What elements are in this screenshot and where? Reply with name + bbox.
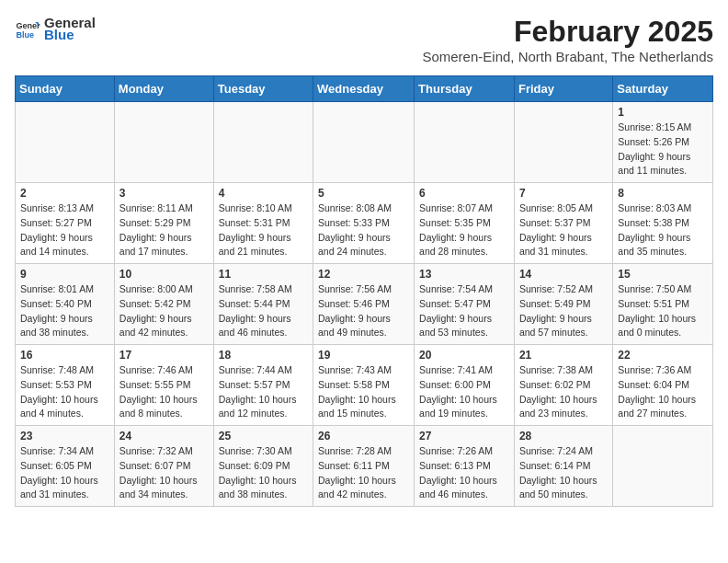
header-saturday: Saturday — [613, 76, 713, 102]
day-info: Daylight: 9 hours — [318, 231, 409, 246]
day-info: and 21 minutes. — [219, 245, 308, 259]
day-info: and 35 minutes. — [618, 245, 708, 259]
day-info: Daylight: 9 hours — [219, 312, 308, 327]
day-cell: 17Sunrise: 7:46 AMSunset: 5:55 PMDayligh… — [114, 345, 213, 426]
day-info: Daylight: 9 hours — [419, 231, 509, 246]
logo: General Blue General Blue — [15, 15, 96, 42]
day-info: Sunset: 5:46 PM — [318, 297, 409, 312]
day-number: 18 — [219, 349, 308, 362]
day-info: Sunrise: 8:13 AM — [20, 201, 109, 216]
day-cell: 10Sunrise: 8:00 AMSunset: 5:42 PMDayligh… — [114, 264, 213, 345]
day-info: Daylight: 10 hours — [119, 474, 209, 488]
day-cell: 27Sunrise: 7:26 AMSunset: 6:13 PMDayligh… — [415, 426, 515, 507]
day-info: Sunrise: 8:10 AM — [219, 201, 308, 216]
day-number: 20 — [419, 349, 509, 362]
day-info: and 0 minutes. — [618, 326, 708, 340]
day-info: Sunrise: 8:07 AM — [419, 201, 509, 216]
day-info: Sunrise: 7:52 AM — [519, 282, 608, 297]
day-info: Sunrise: 7:56 AM — [318, 282, 409, 297]
day-info: and 12 minutes. — [219, 407, 308, 421]
week-row-1: 1Sunrise: 8:15 AMSunset: 5:26 PMDaylight… — [16, 102, 713, 183]
day-info: Daylight: 9 hours — [419, 312, 509, 327]
day-info: and 27 minutes. — [618, 407, 708, 421]
day-info: Sunset: 6:14 PM — [519, 459, 608, 474]
day-info: and 53 minutes. — [419, 326, 509, 340]
day-cell: 4Sunrise: 8:10 AMSunset: 5:31 PMDaylight… — [213, 183, 313, 264]
day-info: and 17 minutes. — [119, 245, 209, 259]
day-cell — [613, 426, 713, 507]
day-cell: 6Sunrise: 8:07 AMSunset: 5:35 PMDaylight… — [415, 183, 515, 264]
day-cell: 22Sunrise: 7:36 AMSunset: 6:04 PMDayligh… — [613, 345, 713, 426]
day-number: 6 — [419, 187, 509, 200]
day-cell: 3Sunrise: 8:11 AMSunset: 5:29 PMDaylight… — [114, 183, 213, 264]
week-row-5: 23Sunrise: 7:34 AMSunset: 6:05 PMDayligh… — [16, 426, 713, 507]
day-cell: 24Sunrise: 7:32 AMSunset: 6:07 PMDayligh… — [114, 426, 213, 507]
day-info: Sunset: 5:57 PM — [219, 378, 308, 393]
day-cell: 20Sunrise: 7:41 AMSunset: 6:00 PMDayligh… — [415, 345, 515, 426]
day-info: Sunrise: 7:54 AM — [419, 282, 509, 297]
day-info: Sunrise: 7:28 AM — [318, 444, 409, 459]
day-info: and 38 minutes. — [219, 488, 308, 502]
day-number: 13 — [419, 268, 509, 281]
day-info: Sunrise: 7:24 AM — [519, 444, 608, 459]
day-cell: 19Sunrise: 7:43 AMSunset: 5:58 PMDayligh… — [313, 345, 415, 426]
header-tuesday: Tuesday — [213, 76, 313, 102]
day-info: Sunrise: 7:44 AM — [219, 363, 308, 378]
day-info: Daylight: 10 hours — [219, 474, 308, 488]
day-info: and 46 minutes. — [419, 488, 509, 502]
day-info: and 14 minutes. — [20, 245, 109, 259]
day-number: 12 — [318, 268, 409, 281]
day-cell: 7Sunrise: 8:05 AMSunset: 5:37 PMDaylight… — [514, 183, 612, 264]
day-info: Daylight: 9 hours — [20, 231, 109, 246]
day-info: Sunset: 5:47 PM — [419, 297, 509, 312]
day-number: 1 — [618, 106, 708, 119]
day-number: 24 — [119, 430, 209, 442]
day-info: and 31 minutes. — [20, 488, 109, 502]
day-info: Sunset: 5:26 PM — [618, 135, 708, 150]
day-number: 3 — [119, 187, 209, 200]
day-info: and 34 minutes. — [119, 488, 209, 502]
day-number: 19 — [318, 349, 409, 362]
day-info: Sunrise: 7:38 AM — [519, 363, 608, 378]
day-cell: 18Sunrise: 7:44 AMSunset: 5:57 PMDayligh… — [213, 345, 313, 426]
day-info: Sunset: 5:38 PM — [618, 216, 708, 231]
day-cell: 28Sunrise: 7:24 AMSunset: 6:14 PMDayligh… — [514, 426, 612, 507]
day-info: Daylight: 9 hours — [618, 231, 708, 246]
day-info: Sunrise: 8:15 AM — [618, 121, 708, 135]
day-info: Daylight: 9 hours — [119, 231, 209, 246]
day-info: Sunrise: 7:43 AM — [318, 363, 409, 378]
day-info: Sunset: 6:02 PM — [519, 378, 608, 393]
day-info: and 46 minutes. — [219, 326, 308, 340]
day-info: Sunset: 5:29 PM — [119, 216, 209, 231]
day-cell — [16, 102, 115, 183]
header-sunday: Sunday — [16, 76, 115, 102]
day-info: Sunset: 6:11 PM — [318, 459, 409, 474]
header-monday: Monday — [114, 76, 213, 102]
day-cell: 26Sunrise: 7:28 AMSunset: 6:11 PMDayligh… — [313, 426, 415, 507]
day-info: Sunset: 5:40 PM — [20, 297, 109, 312]
day-info: and 23 minutes. — [519, 407, 608, 421]
day-info: Sunrise: 8:03 AM — [618, 201, 708, 216]
day-info: Daylight: 10 hours — [318, 474, 409, 488]
day-info: Sunrise: 7:50 AM — [618, 282, 708, 297]
day-info: Sunset: 5:27 PM — [20, 216, 109, 231]
day-info: Daylight: 9 hours — [219, 231, 308, 246]
day-cell: 11Sunrise: 7:58 AMSunset: 5:44 PMDayligh… — [213, 264, 313, 345]
day-info: and 24 minutes. — [318, 245, 409, 259]
day-info: Sunrise: 7:46 AM — [119, 363, 209, 378]
day-info: Daylight: 10 hours — [419, 474, 509, 488]
day-info: Daylight: 10 hours — [519, 474, 608, 488]
day-info: Sunset: 5:35 PM — [419, 216, 509, 231]
day-number: 15 — [618, 268, 708, 281]
day-cell: 12Sunrise: 7:56 AMSunset: 5:46 PMDayligh… — [313, 264, 415, 345]
header-wednesday: Wednesday — [313, 76, 415, 102]
day-number: 25 — [219, 430, 308, 442]
day-info: Daylight: 9 hours — [519, 312, 608, 327]
day-number: 17 — [119, 349, 209, 362]
day-cell: 21Sunrise: 7:38 AMSunset: 6:02 PMDayligh… — [514, 345, 612, 426]
day-info: Sunrise: 8:08 AM — [318, 201, 409, 216]
day-info: Daylight: 10 hours — [519, 393, 608, 408]
day-info: Sunrise: 7:41 AM — [419, 363, 509, 378]
day-number: 21 — [519, 349, 608, 362]
location: Someren-Eind, North Brabant, The Netherl… — [422, 49, 713, 64]
